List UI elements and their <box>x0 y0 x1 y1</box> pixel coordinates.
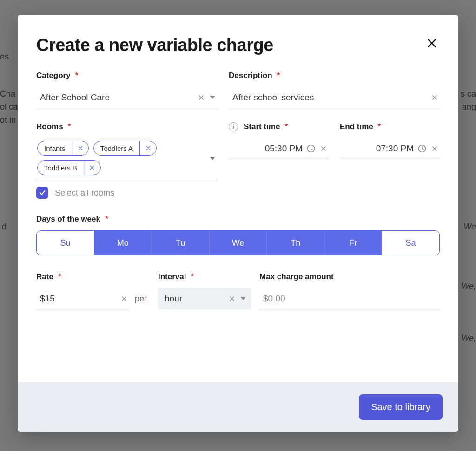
close-icon <box>229 295 235 302</box>
check-icon <box>39 189 46 196</box>
close-icon <box>89 165 95 170</box>
day-toggle-mo[interactable]: Mo <box>94 231 152 255</box>
room-chip: Toddlers A <box>93 141 157 156</box>
clock-icon <box>417 144 427 153</box>
bg-text: We <box>463 222 476 232</box>
room-chip: Toddlers B <box>37 160 101 175</box>
day-toggle-fr[interactable]: Fr <box>324 231 382 255</box>
rate-label: Rate* <box>36 272 129 281</box>
remove-room-button[interactable] <box>84 161 100 175</box>
max-charge-input[interactable]: $0.00 <box>259 288 440 309</box>
caret-down-icon <box>209 95 216 100</box>
category-select[interactable]: After School Care <box>36 87 218 108</box>
room-chip: Infants <box>37 141 89 156</box>
clear-rate-button[interactable] <box>121 295 127 302</box>
remove-room-button[interactable] <box>139 141 156 155</box>
close-icon <box>145 145 151 151</box>
modal-title: Create a new variable charge <box>36 35 273 55</box>
bg-text: ol ca <box>0 102 18 112</box>
caret-down-icon <box>209 157 216 161</box>
modal-footer: Save to library <box>18 382 458 432</box>
day-toggle-sa[interactable]: Sa <box>382 231 439 255</box>
room-chip-label: Toddlers B <box>38 161 84 175</box>
rate-input[interactable]: $15 <box>36 288 129 309</box>
end-time-label: End time* <box>340 122 440 131</box>
start-time-value: 05:30 PM <box>229 144 306 154</box>
start-time-input[interactable]: 05:30 PM <box>229 138 329 159</box>
category-label: Category* <box>36 71 218 80</box>
bg-text: es <box>0 52 9 62</box>
category-dropdown-toggle[interactable] <box>209 95 216 100</box>
clear-start-time-button[interactable] <box>320 145 327 152</box>
caret-down-icon <box>240 296 246 301</box>
room-chip-label: Toddlers A <box>94 141 139 155</box>
close-icon <box>426 37 438 49</box>
close-icon <box>431 145 438 152</box>
info-icon[interactable]: i <box>229 122 238 131</box>
close-button[interactable] <box>424 35 440 51</box>
bg-text: We, <box>461 281 476 291</box>
bg-text: We, <box>461 333 476 343</box>
category-value: After School Care <box>36 92 198 103</box>
rooms-multiselect[interactable]: Infants Toddlers A Toddler <box>36 138 218 180</box>
end-time-picker-button[interactable] <box>417 144 427 153</box>
close-icon <box>121 295 127 302</box>
description-input[interactable]: After school services <box>229 87 440 108</box>
clear-description-button[interactable] <box>431 94 438 101</box>
days-of-week-selector: Su Mo Tu We Th Fr Sa <box>36 230 440 255</box>
remove-room-button[interactable] <box>72 141 88 155</box>
rate-value: $15 <box>36 294 121 304</box>
bg-text: d <box>2 222 7 232</box>
bg-text: Cha <box>0 89 15 99</box>
interval-value: hour <box>165 294 224 304</box>
interval-dropdown-toggle[interactable] <box>240 296 246 301</box>
clock-icon <box>306 144 316 153</box>
close-icon <box>198 94 205 101</box>
day-toggle-th[interactable]: Th <box>266 231 324 255</box>
select-all-rooms-checkbox[interactable] <box>36 187 48 199</box>
end-time-input[interactable]: 07:30 PM <box>340 138 440 159</box>
bg-text: ot in <box>0 115 16 125</box>
per-label: per <box>135 294 147 309</box>
max-charge-placeholder: $0.00 <box>259 294 440 304</box>
max-charge-label: Max charge amount <box>259 272 440 281</box>
bg-text: ang <box>462 102 476 112</box>
interval-label: Interval* <box>158 272 251 281</box>
clear-category-button[interactable] <box>198 94 205 101</box>
end-time-value: 07:30 PM <box>340 144 417 154</box>
days-label: Days of the week* <box>36 215 440 224</box>
description-value: After school services <box>229 92 431 103</box>
close-icon <box>320 145 327 152</box>
save-to-library-button[interactable]: Save to library <box>359 394 443 420</box>
description-label: Description* <box>229 71 440 80</box>
close-icon <box>431 94 438 101</box>
start-time-picker-button[interactable] <box>306 144 316 153</box>
day-toggle-su[interactable]: Su <box>37 231 94 255</box>
day-toggle-tu[interactable]: Tu <box>152 231 209 255</box>
create-variable-charge-modal: Create a new variable charge Category* A… <box>18 15 458 432</box>
room-chip-label: Infants <box>38 141 72 155</box>
rooms-chips: Infants Toddlers A Toddler <box>37 141 205 175</box>
select-all-rooms-label: Select all rooms <box>55 188 114 198</box>
rooms-label: Rooms* <box>36 122 218 131</box>
bg-text: s ca <box>461 89 476 99</box>
clear-end-time-button[interactable] <box>431 145 438 152</box>
interval-select[interactable]: hour <box>158 288 251 309</box>
close-icon <box>78 145 83 151</box>
start-time-label: i Start time* <box>229 122 329 131</box>
rooms-dropdown-toggle[interactable] <box>209 157 216 161</box>
day-toggle-we[interactable]: We <box>209 231 267 255</box>
clear-interval-button[interactable] <box>229 295 235 302</box>
